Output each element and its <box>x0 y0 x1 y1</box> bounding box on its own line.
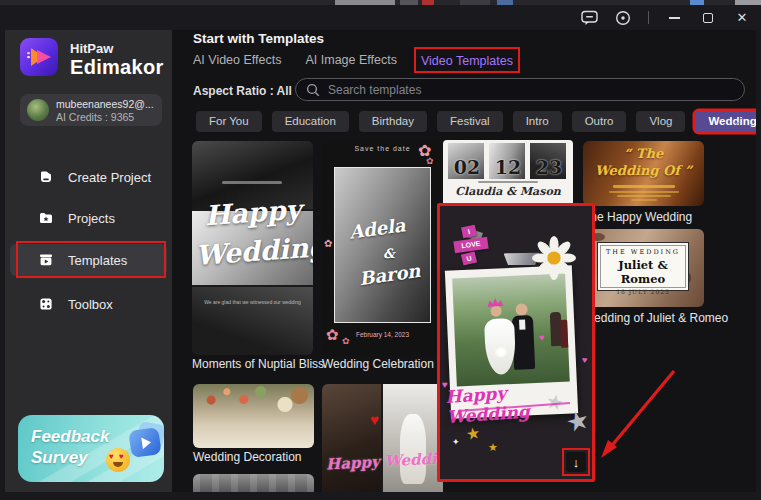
tab-ai-video-effects[interactable]: AI Video Effects <box>193 53 281 67</box>
window-frame <box>756 30 761 492</box>
product-name: Edimakor <box>70 56 164 79</box>
template-card-wedding-celebration[interactable]: Save the date ✿ ✿ ✿ Adela & Baron ✿ ✿ Fe… <box>322 141 443 355</box>
photo-strip <box>192 287 313 355</box>
template-title: Wedding of Juliet & Romeo <box>583 311 728 325</box>
template-title: Moments of Nuptial Bliss <box>192 357 324 371</box>
edimakor-logo-icon <box>20 38 58 76</box>
page-title: Start with Templates <box>193 31 324 46</box>
sidebar-item-projects[interactable]: Projects <box>10 202 167 234</box>
sidebar-item-create-project[interactable]: Create Project <box>10 161 167 193</box>
close-button[interactable]: ✕ <box>733 9 751 27</box>
search-input[interactable] <box>328 83 734 97</box>
tab-ai-image-effects[interactable]: AI Image Effects <box>305 53 396 67</box>
card-art-text: February 14, 2023 <box>322 331 443 338</box>
sparkle-decoration: ✦ <box>452 438 460 447</box>
sidebar-item-toolbox[interactable]: Toolbox <box>10 288 167 320</box>
download-icon: ↓ <box>573 455 580 470</box>
template-title: The Happy Wedding <box>583 210 692 224</box>
card-art-text: Adela <box>348 214 407 243</box>
card-art-text: THE WEDDING <box>598 248 688 256</box>
projects-folder-icon <box>38 210 54 226</box>
card-art-text: 02 <box>447 156 487 178</box>
category-wedding[interactable]: Wedding <box>695 111 761 132</box>
account-email: mubeenanees92@... <box>56 98 154 110</box>
flower-decoration: ✿ <box>342 337 350 346</box>
blurred-text <box>631 199 657 201</box>
card-art-text: & <box>383 246 395 261</box>
account-chip[interactable]: mubeenanees92@... AI Credits : 9365 <box>20 94 162 126</box>
maximize-button[interactable] <box>699 9 717 27</box>
toolbox-grid-icon <box>38 296 54 312</box>
template-card-claudia-mason[interactable]: 02 12 23 Claudia & Mason <box>443 140 573 210</box>
blurred-text <box>478 181 538 183</box>
category-vlog[interactable]: Vlog <box>636 111 685 132</box>
strip-caption: We are glad that we witnessed our weddin… <box>196 299 309 306</box>
blurred-text <box>617 195 671 197</box>
blurred-text <box>222 181 282 184</box>
category-education[interactable]: Education <box>272 111 349 132</box>
card-art-text: “ The <box>583 146 704 161</box>
flower-decoration: ✿ <box>324 239 332 249</box>
banner-play-icon <box>128 427 161 458</box>
card-photo <box>322 384 381 500</box>
annotation-box-templates <box>16 241 166 278</box>
brand-name: HitPaw <box>70 41 113 56</box>
sidebar-item-label: Projects <box>68 211 115 226</box>
template-title: Wedding Decoration <box>193 450 302 464</box>
category-intro[interactable]: Intro <box>513 111 562 132</box>
blurred-text <box>609 191 679 193</box>
aspect-ratio-dropdown[interactable]: Aspect Ratio : All ⌄ <box>193 84 307 98</box>
wedding-ticket: THE WEDDING Juliet & Romeo 18 JULY 2025 <box>597 242 689 291</box>
card-art-text: 23 <box>529 156 569 178</box>
minimize-button[interactable] <box>665 9 683 27</box>
tape-u: U <box>461 251 477 265</box>
blurred-text <box>613 185 675 188</box>
card-art-text: 18 JULY 2025 <box>598 288 688 295</box>
annotation-box-video-templates: Video Templates <box>414 47 520 73</box>
annotation-arrow <box>595 355 690 470</box>
avatar <box>27 99 49 121</box>
app-window: ✕ HitPaw Edimakor mubeenanees92@... AI C… <box>0 0 761 500</box>
category-for-you[interactable]: For You <box>196 111 262 132</box>
aspect-ratio-label: Aspect Ratio : All <box>193 84 292 98</box>
close-icon: ✕ <box>737 11 748 24</box>
bride-figure <box>490 305 501 316</box>
window-frame <box>0 492 761 500</box>
wedding-couple-photo: ♥ <box>452 274 570 387</box>
card-art-text: 12 <box>488 156 528 178</box>
create-project-icon <box>38 169 54 185</box>
card-art-text: Claudia & Mason <box>443 185 573 198</box>
feedback-bubble-icon[interactable] <box>580 9 598 27</box>
template-card-wedding-decoration[interactable] <box>193 384 314 448</box>
search-icon <box>306 83 320 97</box>
account-credits: AI Credits : 9365 <box>56 111 134 123</box>
tab-video-templates[interactable]: Video Templates <box>421 54 513 68</box>
template-card-the-wedding-of[interactable]: “ The Wedding Of ” <box>583 141 704 206</box>
card-art-text: Baron <box>358 260 422 289</box>
template-preview-card[interactable]: I LOVE U <box>437 203 595 482</box>
heart-eyes-emoji: ♥ ♥ <box>106 448 130 472</box>
groom-shirt <box>519 319 525 329</box>
category-outro[interactable]: Outro <box>572 111 627 132</box>
category-festival[interactable]: Festival <box>437 111 503 132</box>
card-art <box>400 414 426 484</box>
feedback-survey-banner[interactable]: Feedback Survey ♥ ♥ <box>18 415 164 482</box>
daisy-flower-decoration <box>532 236 576 280</box>
categories-expand-chevron-icon[interactable]: ⌄ <box>731 113 742 128</box>
banner-text-1: Feedback <box>31 427 109 447</box>
template-tabs: AI Video Effects AI Image Effects Video … <box>193 51 513 69</box>
minimize-icon <box>669 17 680 19</box>
download-button[interactable]: ↓ <box>566 452 586 472</box>
settings-circle-icon[interactable] <box>614 9 632 27</box>
category-birthday[interactable]: Birthday <box>359 111 427 132</box>
search-bar[interactable] <box>295 78 745 101</box>
groom-figure <box>515 303 528 316</box>
sidebar-item-label: Toolbox <box>68 297 113 312</box>
template-card-nuptial-bliss[interactable]: We are glad that we witnessed our weddin… <box>192 141 313 355</box>
sidebar: HitPaw Edimakor mubeenanees92@... AI Cre… <box>5 30 172 492</box>
template-card-juliet-romeo[interactable]: THE WEDDING Juliet & Romeo 18 JULY 2025 <box>583 229 704 307</box>
card-art-text: Happy Wedding <box>192 193 313 271</box>
guest-figure <box>560 320 569 348</box>
heart-doodle: ♥ <box>539 333 545 343</box>
template-card-happy-wedding[interactable]: ♥ Happy Wedding <box>322 384 443 500</box>
